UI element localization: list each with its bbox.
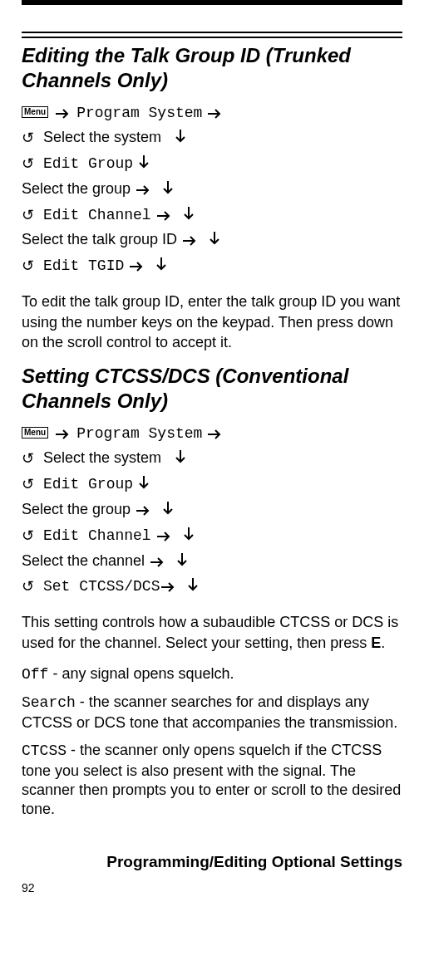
nav-select-group: Select the group [22, 501, 131, 517]
arrow-down-icon [139, 154, 149, 178]
nav-block-1: Menu Program System ↺ Select the system … [22, 101, 402, 280]
arrow-right-icon [56, 103, 71, 126]
rotate-icon: ↺ [22, 525, 34, 548]
nav-select-group: Select the group [22, 180, 131, 197]
arrow-down-icon [163, 180, 173, 203]
arrow-down-icon [139, 475, 149, 498]
arrow-right-icon [130, 256, 145, 279]
arrow-down-icon [163, 501, 173, 524]
page: Editing the Talk Group ID (Trunked Chann… [0, 0, 424, 903]
rotate-icon: ↺ [22, 473, 34, 497]
rule-thin-2 [22, 37, 402, 38]
arrow-right-icon [136, 500, 151, 523]
arrow-right-icon [183, 230, 198, 253]
nav-select-channel: Select the channel [22, 552, 145, 569]
arrow-right-icon [136, 179, 151, 203]
arrow-right-icon [157, 526, 172, 549]
rotate-icon: ↺ [22, 576, 34, 599]
menu-button: Menu [22, 106, 48, 118]
rotate-icon: ↺ [22, 153, 34, 176]
rotate-icon: ↺ [22, 255, 34, 278]
nav-program-system: Program System [76, 105, 202, 121]
nav-edit-channel: Edit Channel [43, 527, 151, 544]
rule-thin-1 [22, 32, 402, 33]
footer-title: Programming/Editing Optional Settings [22, 853, 402, 871]
arrow-right-icon [161, 576, 176, 600]
menu-button: Menu [22, 427, 48, 439]
nav-edit-group: Edit Group [43, 476, 133, 492]
def-ctcss: CTCSS - the scanner only opens squelch i… [22, 741, 402, 820]
arrow-right-icon [150, 551, 165, 575]
nav-block-2: Menu Program System ↺ Select the system … [22, 422, 402, 600]
rotate-icon: ↺ [22, 204, 34, 228]
section-1-body: To edit the talk group ID, enter the tal… [22, 292, 402, 352]
def-search: Search - the scanner searches for and di… [22, 693, 402, 733]
nav-program-system: Program System [76, 425, 202, 442]
arrow-right-icon [208, 424, 223, 447]
arrow-down-icon [175, 449, 185, 473]
nav-edit-group: Edit Group [43, 155, 133, 172]
arrow-right-icon [157, 205, 172, 228]
arrow-down-icon [184, 206, 194, 229]
nav-select-tgid: Select the talk group ID [22, 231, 177, 247]
arrow-right-icon [56, 424, 71, 447]
arrow-right-icon [208, 103, 223, 126]
nav-edit-tgid: Edit TGID [43, 257, 124, 274]
nav-set-ctcss: Set CTCSS/DCS [43, 578, 160, 595]
rotate-icon: ↺ [22, 127, 34, 150]
arrow-down-icon [184, 527, 194, 550]
arrow-down-icon [156, 257, 166, 280]
arrow-down-icon [177, 552, 187, 576]
rule-thick [22, 0, 402, 5]
section-2-title: Setting CTCSS/DCS (Conventional Channels… [22, 364, 402, 414]
arrow-down-icon [210, 231, 219, 254]
nav-select-system: Select the system [43, 129, 161, 145]
def-off: Off - any signal opens squelch. [22, 664, 402, 684]
nav-edit-channel: Edit Channel [43, 207, 151, 223]
section-1-title: Editing the Talk Group ID (Trunked Chann… [22, 43, 402, 93]
arrow-down-icon [175, 129, 185, 152]
section-2-body: This setting controls how a subaudible C… [22, 612, 402, 653]
nav-select-system: Select the system [43, 449, 161, 466]
rotate-icon: ↺ [22, 448, 34, 471]
arrow-down-icon [188, 577, 198, 600]
page-number: 92 [22, 881, 402, 903]
